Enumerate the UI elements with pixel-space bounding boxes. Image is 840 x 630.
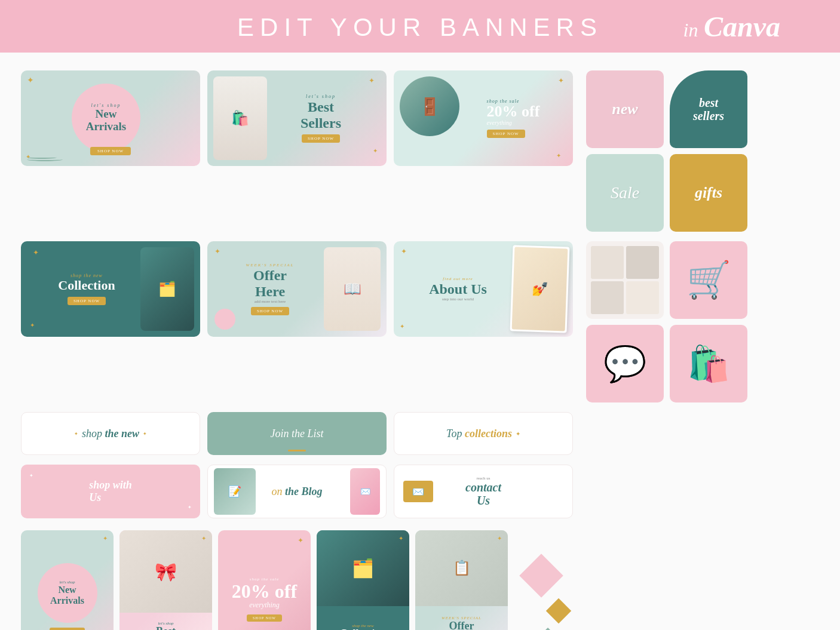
best-sellers-sq-banner[interactable]: bestsellers: [670, 70, 747, 148]
offer-text: week's special OfferHere add more text h…: [246, 263, 294, 315]
portrait-sale-btn[interactable]: SHOP NOW: [247, 614, 282, 622]
portrait-sale-content: shop the sale 20% off everything SHOP NO…: [218, 530, 311, 630]
best-sellers-btn[interactable]: SHOP NOW: [302, 134, 340, 143]
photo-grid: [586, 241, 664, 319]
sale-sub: everything: [487, 119, 540, 126]
shop-with-us-banner[interactable]: ✦ shop withUs ✦: [21, 465, 200, 518]
portrait-sale[interactable]: shop the sale 20% off everything SHOP NO…: [218, 530, 311, 630]
portrait-na-content: let's shop NewArrivals SHOP NOW ✦: [21, 530, 114, 630]
sparkle-top: ✦: [516, 431, 520, 437]
portrait-coll-photo: 🗂️: [317, 530, 409, 606]
gifts-sq-banner[interactable]: gifts: [670, 154, 747, 232]
sale-text: shop the sale 20% off everything SHOP NO…: [481, 99, 540, 138]
sparkle-thin2: ✦: [143, 431, 147, 437]
header-section: EDIT YOUR BANNERS in Canva: [0, 0, 840, 53]
banner-row-3: ✦ shop the new ✦ Join the List Top colle…: [21, 412, 819, 455]
portrait-collection[interactable]: 🗂️ shop the new Collection SHOP NOW ✦: [317, 530, 409, 630]
diamond-sage: [538, 628, 558, 630]
offer-btn[interactable]: SHOP NOW: [251, 307, 289, 315]
new-arrivals-content: let's shop NewArrivals SHOP NOW ✦ ✦: [21, 70, 200, 166]
right-col-2: 🛒 💬 🛍️: [586, 241, 747, 402]
top-collections-thin-banner[interactable]: Top collections ✦: [394, 412, 573, 455]
portrait-sale-sub: everything: [249, 601, 280, 610]
best-sellers-photo-icon: 🛍️: [213, 76, 267, 160]
best-sellers-text: let's shop BestSellers SHOP NOW: [301, 94, 341, 143]
new-sq-banner[interactable]: new: [586, 70, 664, 148]
shop-thin-text: shop the new: [82, 428, 139, 440]
blog-photo: 📝: [214, 468, 256, 515]
sale-sq-banner[interactable]: Sale: [586, 154, 664, 232]
portrait-row: let's shop NewArrivals SHOP NOW ✦ 🎀 let'…: [21, 530, 819, 630]
on-blog-banner[interactable]: 📝 ✉️ on the Blog: [207, 465, 387, 518]
offer-banner[interactable]: 📖 week's special OfferHere add more text…: [207, 241, 387, 337]
sale-circle-photo: 🚪: [400, 76, 459, 136]
collection-banner[interactable]: 🗂️ shop the new Collection SHOP NOW ✦ ✦: [21, 241, 200, 337]
right-panel-row2: 🛒 💬 🛍️: [586, 241, 747, 402]
collection-photo: 🗂️: [140, 247, 194, 331]
right-small-row1: new bestsellers: [586, 70, 747, 148]
portrait-offer-big: OfferHere: [449, 620, 474, 630]
sparkle-bs2: ✦: [373, 147, 378, 154]
collection-btn[interactable]: SHOP NOW: [68, 297, 106, 305]
best-sellers-content: 🛍️ let's shop BestSellers SHOP NOW ✦ ✦: [207, 70, 387, 166]
portrait-new-arrivals[interactable]: let's shop NewArrivals SHOP NOW ✦: [21, 530, 114, 630]
offer-sub: add more text here: [246, 299, 294, 304]
main-content: let's shop NewArrivals SHOP NOW ✦ ✦ 🛍️ l…: [0, 53, 840, 630]
diamond-pink: [519, 554, 563, 598]
contact-small: reach us: [465, 476, 501, 481]
offer-pink-circle: [214, 309, 235, 330]
right-small-col: new bestsellers Sale gifts: [586, 70, 747, 232]
right-row2-top: 🛒: [586, 241, 747, 319]
join-list-text: Join the List: [271, 428, 324, 440]
bag-icon: 🛍️: [687, 343, 730, 384]
portrait-na-small: let's shop: [59, 580, 75, 585]
right-row2-bottom: 💬 🛍️: [586, 325, 747, 402]
portrait-sale-big: 20% off: [232, 582, 297, 601]
portrait-bs-big: BestSellers: [151, 626, 181, 630]
collection-big: Collection: [58, 278, 115, 293]
gifts-sq-text: gifts: [695, 184, 722, 202]
about-us-photo-frame: 💅: [510, 245, 570, 333]
portrait-offer-text: week's special OfferHere add more text h…: [415, 606, 508, 631]
portrait-offer-photo: 📋: [415, 530, 508, 606]
sale-btn[interactable]: SHOP NOW: [487, 130, 525, 138]
bag-sq-banner[interactable]: 🛍️: [670, 325, 747, 402]
offer-small: week's special: [246, 263, 294, 268]
portrait-best-sellers[interactable]: 🎀 let's shop BestSellers SHOP NOW ✦: [119, 530, 212, 630]
portrait-coll-text: shop the new Collection SHOP NOW: [317, 606, 409, 631]
best-sellers-small: let's shop: [301, 94, 341, 99]
join-list-thin-banner[interactable]: Join the List: [207, 412, 387, 455]
offer-photo-icon: 📖: [324, 247, 381, 331]
photo-frame-sq[interactable]: [586, 241, 664, 319]
new-arrivals-banner[interactable]: let's shop NewArrivals SHOP NOW ✦ ✦: [21, 70, 200, 166]
about-us-banner[interactable]: 💅 find out more About Us step into our w…: [394, 241, 573, 337]
blog-photo2: ✉️: [350, 468, 380, 515]
photo-cell-2: [626, 246, 659, 279]
contact-us-banner[interactable]: ✉️ reach us contactUs: [394, 465, 573, 518]
sale-banner[interactable]: 🚪 shop the sale 20% off everything SHOP …: [394, 70, 573, 166]
best-sellers-banner[interactable]: 🛍️ let's shop BestSellers SHOP NOW ✦ ✦: [207, 70, 387, 166]
sale-sq-text: Sale: [611, 183, 639, 202]
banner-row-4: ✦ shop withUs ✦ 📝 ✉️ on the Blog ✉️ reac…: [21, 465, 819, 518]
portrait-offer[interactable]: 📋 week's special OfferHere add more text…: [415, 530, 508, 630]
best-sellers-photo: 🛍️: [213, 76, 267, 160]
sparkle-swu2: ✦: [188, 505, 192, 510]
diamond-yellow: [546, 598, 571, 623]
about-us-content: 💅 find out more About Us step into our w…: [394, 241, 573, 337]
sale-content: 🚪 shop the sale 20% off everything SHOP …: [394, 70, 573, 166]
about-us-photo: 💅: [512, 247, 568, 331]
new-arrivals-btn[interactable]: SHOP NOW: [90, 147, 131, 155]
sparkle-ps: ✦: [298, 536, 303, 545]
portrait-na-btn[interactable]: SHOP NOW: [50, 628, 85, 630]
sparkle-pc: ✦: [398, 535, 403, 542]
contact-big: contactUs: [465, 481, 501, 507]
shop-thin-banner[interactable]: ✦ shop the new ✦: [21, 412, 200, 455]
sparkle-swu: ✦: [29, 473, 33, 478]
offer-big: OfferHere: [246, 268, 294, 299]
sparkle-thin1: ✦: [74, 431, 78, 437]
sparkle-s2: ✦: [556, 152, 561, 159]
right-panel-row1: new bestsellers Sale gifts: [586, 70, 747, 232]
chat-sq-banner[interactable]: 💬: [586, 325, 664, 402]
sparkle-po: ✦: [497, 535, 502, 542]
cart-sq-banner[interactable]: 🛒: [670, 241, 747, 319]
